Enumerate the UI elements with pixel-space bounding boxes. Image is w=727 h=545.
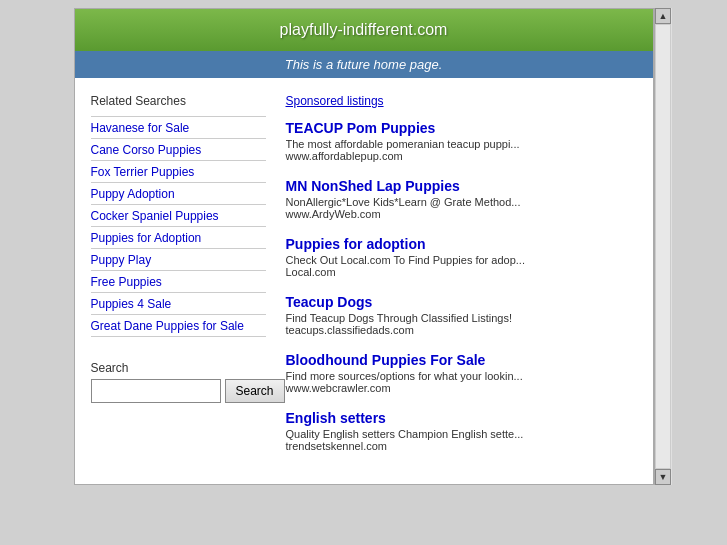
ad-description: NonAllergic*Love Kids*Learn @ Grate Meth… — [286, 196, 637, 208]
list-item: Puppy Adoption — [91, 183, 266, 205]
ad-url: trendsetskennel.com — [286, 440, 637, 452]
related-searches-label: Related Searches — [91, 94, 266, 108]
related-link[interactable]: Puppy Play — [91, 253, 152, 267]
ad-item: Puppies for adoptionCheck Out Local.com … — [286, 236, 637, 278]
ad-url: www.ArdyWeb.com — [286, 208, 637, 220]
list-item: Puppies for Adoption — [91, 227, 266, 249]
related-link[interactable]: Puppy Adoption — [91, 187, 175, 201]
list-item: Cane Corso Puppies — [91, 139, 266, 161]
related-link[interactable]: Free Puppies — [91, 275, 162, 289]
scroll-up-button[interactable]: ▲ — [655, 8, 671, 24]
ad-description: Find more sources/options for what your … — [286, 370, 637, 382]
site-header: playfully-indifferent.com — [75, 9, 653, 51]
related-searches-list: Havanese for SaleCane Corso PuppiesFox T… — [91, 116, 266, 337]
search-label: Search — [91, 361, 266, 375]
scroll-track[interactable] — [655, 24, 671, 469]
ad-description: Check Out Local.com To Find Puppies for … — [286, 254, 637, 266]
related-link[interactable]: Puppies for Adoption — [91, 231, 202, 245]
ad-item: MN NonShed Lap PuppiesNonAllergic*Love K… — [286, 178, 637, 220]
ad-title[interactable]: Puppies for adoption — [286, 236, 426, 252]
ad-item: TEACUP Pom PuppiesThe most affordable po… — [286, 120, 637, 162]
ad-url: teacups.classifiedads.com — [286, 324, 637, 336]
ad-url: www.webcrawler.com — [286, 382, 637, 394]
ad-title[interactable]: Teacup Dogs — [286, 294, 373, 310]
ad-item: English settersQuality English setters C… — [286, 410, 637, 452]
ad-item: Bloodhound Puppies For SaleFind more sou… — [286, 352, 637, 394]
ad-description: The most affordable pomeranian teacup pu… — [286, 138, 637, 150]
right-column: Sponsored listings TEACUP Pom PuppiesThe… — [286, 94, 637, 468]
list-item: Puppies 4 Sale — [91, 293, 266, 315]
ad-item: Teacup DogsFind Teacup Dogs Through Clas… — [286, 294, 637, 336]
scroll-down-button[interactable]: ▼ — [655, 469, 671, 485]
related-link[interactable]: Great Dane Puppies for Sale — [91, 319, 244, 333]
search-area: Search Search — [91, 361, 266, 403]
related-link[interactable]: Cocker Spaniel Puppies — [91, 209, 219, 223]
ad-title[interactable]: Bloodhound Puppies For Sale — [286, 352, 486, 368]
list-item: Cocker Spaniel Puppies — [91, 205, 266, 227]
ad-title[interactable]: English setters — [286, 410, 386, 426]
ad-description: Quality English setters Champion English… — [286, 428, 637, 440]
related-link[interactable]: Cane Corso Puppies — [91, 143, 202, 157]
search-input[interactable] — [91, 379, 221, 403]
list-item: Puppy Play — [91, 249, 266, 271]
sponsored-label[interactable]: Sponsored listings — [286, 94, 637, 108]
site-subtitle: This is a future home page. — [285, 57, 443, 72]
ad-description: Find Teacup Dogs Through Classified List… — [286, 312, 637, 324]
list-item: Havanese for Sale — [91, 117, 266, 139]
list-item: Great Dane Puppies for Sale — [91, 315, 266, 337]
site-subtitle-bar: This is a future home page. — [75, 51, 653, 78]
related-link[interactable]: Fox Terrier Puppies — [91, 165, 195, 179]
search-button[interactable]: Search — [225, 379, 285, 403]
left-column: Related Searches Havanese for SaleCane C… — [91, 94, 266, 468]
related-link[interactable]: Havanese for Sale — [91, 121, 190, 135]
search-row: Search — [91, 379, 266, 403]
list-item: Free Puppies — [91, 271, 266, 293]
ad-title[interactable]: MN NonShed Lap Puppies — [286, 178, 460, 194]
site-title: playfully-indifferent.com — [280, 21, 448, 38]
scrollbar[interactable]: ▲ ▼ — [654, 8, 672, 485]
ads-list: TEACUP Pom PuppiesThe most affordable po… — [286, 120, 637, 452]
related-link[interactable]: Puppies 4 Sale — [91, 297, 172, 311]
list-item: Fox Terrier Puppies — [91, 161, 266, 183]
ad-url: Local.com — [286, 266, 637, 278]
ad-title[interactable]: TEACUP Pom Puppies — [286, 120, 436, 136]
ad-url: www.affordablepup.com — [286, 150, 637, 162]
